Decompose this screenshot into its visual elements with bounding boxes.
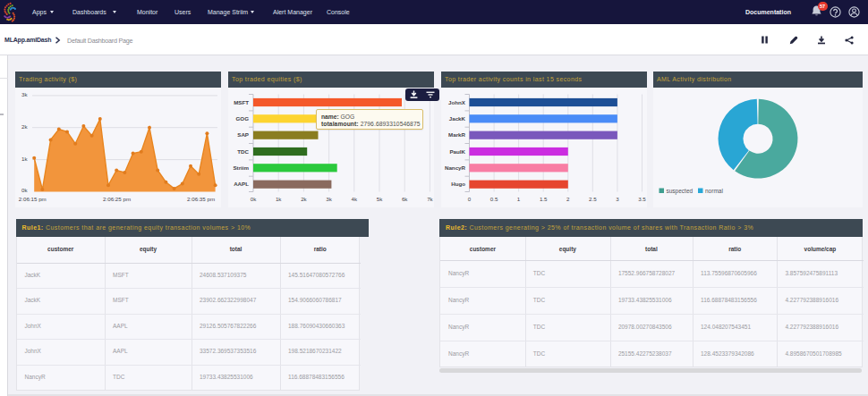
svg-text:2k: 2k: [21, 123, 28, 130]
svg-text:Striim: Striim: [233, 164, 249, 171]
svg-text:3: 3: [616, 196, 619, 202]
svg-text:NancyR: NancyR: [445, 164, 466, 171]
svg-text:4k: 4k: [352, 196, 358, 202]
svg-text:7k: 7k: [427, 196, 433, 202]
svg-text:3k: 3k: [326, 196, 332, 202]
svg-text:5k: 5k: [377, 196, 383, 202]
svg-text:2.5: 2.5: [589, 196, 597, 202]
svg-text:MarkR: MarkR: [448, 131, 465, 138]
svg-text:1k: 1k: [21, 156, 28, 162]
svg-text:2k: 2k: [301, 196, 307, 202]
svg-text:1k: 1k: [276, 196, 282, 202]
svg-text:JohnX: JohnX: [448, 99, 466, 105]
svg-text:2:06:35 pm: 2:06:35 pm: [187, 196, 215, 202]
svg-text:SAP: SAP: [237, 131, 249, 138]
svg-text:normal: normal: [705, 188, 723, 194]
svg-text:6k: 6k: [402, 196, 408, 202]
svg-text:suspected: suspected: [667, 188, 694, 195]
svg-text:1: 1: [517, 196, 521, 202]
svg-text:0.5: 0.5: [490, 196, 498, 202]
svg-text:1.5: 1.5: [540, 196, 548, 202]
svg-text:2:06:15 pm: 2:06:15 pm: [19, 196, 47, 202]
svg-text:AAPL: AAPL: [234, 181, 249, 187]
svg-text:0: 0: [468, 196, 472, 202]
svg-text:0k: 0k: [21, 187, 28, 193]
svg-text:Hugo: Hugo: [451, 181, 465, 187]
svg-text:0k: 0k: [251, 196, 257, 202]
svg-text:2:06:25 pm: 2:06:25 pm: [103, 196, 131, 202]
svg-text:JackK: JackK: [449, 115, 466, 122]
svg-text:2: 2: [566, 196, 570, 202]
svg-text:3.5: 3.5: [638, 196, 646, 202]
svg-text:3k: 3k: [21, 91, 28, 97]
svg-text:TDC: TDC: [237, 148, 249, 155]
svg-text:GOG: GOG: [236, 115, 250, 122]
svg-text:MSFT: MSFT: [234, 99, 249, 105]
svg-text:PaulK: PaulK: [449, 148, 465, 155]
